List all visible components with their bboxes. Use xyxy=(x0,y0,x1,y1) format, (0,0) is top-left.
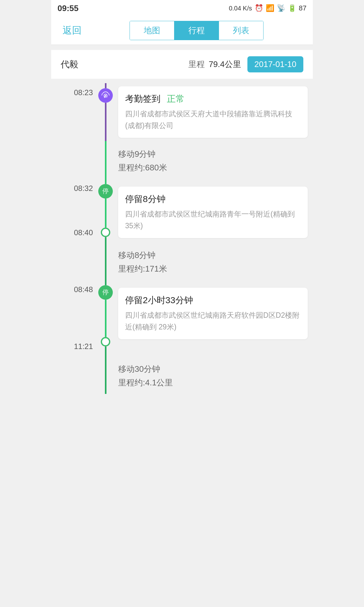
status-right: 0.04 K/s ⏰ 📶 📡 🔋 87 xyxy=(229,4,306,12)
timeline: 08:23 xyxy=(51,80,313,407)
dot-stop2: 停 xyxy=(98,285,113,300)
card-checkin: 考勤签到 正常 四川省成都市武侯区天府大道中段辅路靠近腾讯科技(成都)有限公司 xyxy=(118,86,308,138)
line-mid-stop2 xyxy=(105,300,106,337)
card-address-stop2: 四川省成都市武侯区世纪城南路天府软件园D区D2楼附近(精确到 29米) xyxy=(125,310,301,333)
line-bottom-stop2 xyxy=(105,346,106,356)
event-stop2: 08:48 11:21 停 停留2小时33分钟 四川省成都市武侯区世纪城南路天府… xyxy=(51,280,313,356)
event-checkin: 08:23 xyxy=(51,83,313,141)
line-bottom-stop1 xyxy=(105,237,106,242)
svg-point-0 xyxy=(105,95,106,96)
track-checkin xyxy=(95,83,116,141)
content-stop1: 停留8分钟 四川省成都市武侯区世纪城南路青年一号附近(精确到 35米) xyxy=(116,179,313,242)
dot-hollow-stop1 xyxy=(101,228,110,237)
track-movement-1 xyxy=(95,141,116,179)
line-mid-stop1 xyxy=(105,199,106,228)
status-normal: 正常 xyxy=(167,94,185,104)
driver-name: 代毅 xyxy=(61,58,188,71)
back-button[interactable]: 返回 xyxy=(58,21,87,40)
content-movement-1: 移动9分钟 里程约:680米 xyxy=(116,141,313,179)
nav-bar: 返回 地图 行程 列表 xyxy=(51,16,313,45)
event-stop1: 08:32 08:40 停 停留8分钟 四川省成都市武侯区世纪城南路青年一号附近… xyxy=(51,179,313,242)
line-top-1 xyxy=(105,83,106,88)
line-bottom-1 xyxy=(105,103,106,141)
line-movement-2 xyxy=(105,242,106,280)
network-speed: 0.04 K/s xyxy=(229,5,252,12)
move-info-1: 移动9分钟 里程约:680米 xyxy=(118,144,167,176)
move-distance-1: 里程约:680米 xyxy=(118,162,167,173)
track-stop2: 停 xyxy=(95,280,116,356)
wifi-icon: 📶 xyxy=(266,4,274,12)
dot-stop1: 停 xyxy=(98,184,113,199)
card-title-checkin: 考勤签到 正常 xyxy=(125,93,301,105)
track-stop1: 停 xyxy=(95,179,116,242)
movement-3: 移动30分钟 里程约:4.1公里 xyxy=(51,356,313,394)
dot-checkin xyxy=(98,88,113,103)
card-address-checkin: 四川省成都市武侯区天府大道中段辅路靠近腾讯科技(成都)有限公司 xyxy=(125,108,301,132)
tab-map[interactable]: 地图 xyxy=(130,21,174,40)
move-duration-3: 移动30分钟 xyxy=(118,364,173,375)
move-distance-2: 里程约:171米 xyxy=(118,263,167,274)
content-movement-2: 移动8分钟 里程约:171米 xyxy=(116,242,313,280)
tab-list[interactable]: 列表 xyxy=(219,21,263,40)
time-0823: 08:23 xyxy=(51,83,95,141)
tab-group: 地图 行程 列表 xyxy=(130,21,264,40)
time-empty-3 xyxy=(51,356,95,394)
move-info-2: 移动8分钟 里程约:171米 xyxy=(118,245,167,277)
content-checkin: 考勤签到 正常 四川省成都市武侯区天府大道中段辅路靠近腾讯科技(成都)有限公司 xyxy=(116,83,313,141)
card-title-stop1: 停留8分钟 xyxy=(125,193,301,205)
signal-icon: 📡 xyxy=(277,4,285,12)
date-badge: 2017-01-10 xyxy=(247,56,303,72)
time-0848: 08:48 xyxy=(51,285,93,294)
mileage-value: 79.4公里 xyxy=(209,59,241,70)
time-1121: 11:21 xyxy=(51,342,93,351)
line-top-stop1 xyxy=(105,179,106,184)
card-stop1: 停留8分钟 四川省成都市武侯区世纪城南路青年一号附近(精确到 35米) xyxy=(118,187,308,238)
card-stop2: 停留2小时33分钟 四川省成都市武侯区世纪城南路天府软件园D区D2楼附近(精确到… xyxy=(118,288,308,339)
track-movement-3 xyxy=(95,356,116,394)
card-title-stop2: 停留2小时33分钟 xyxy=(125,294,301,306)
track-movement-2 xyxy=(95,242,116,280)
battery-value: 87 xyxy=(299,4,306,12)
movement-1: 移动9分钟 里程约:680米 xyxy=(51,141,313,179)
times-stop1: 08:32 08:40 xyxy=(51,179,95,242)
move-info-3: 移动30分钟 里程约:4.1公里 xyxy=(118,359,173,391)
info-bar: 代毅 里程 79.4公里 2017-01-10 xyxy=(51,50,313,79)
content-stop2: 停留2小时33分钟 四川省成都市武侯区世纪城南路天府软件园D区D2楼附近(精确到… xyxy=(116,280,313,356)
times-stop2: 08:48 11:21 xyxy=(51,280,95,356)
time-0840: 08:40 xyxy=(51,228,93,237)
line-top-stop2 xyxy=(105,280,106,285)
clock-icon: ⏰ xyxy=(255,4,263,12)
line-movement-1 xyxy=(105,141,106,179)
status-time: 09:55 xyxy=(58,3,79,13)
mileage-label: 里程 xyxy=(188,59,205,70)
move-distance-3: 里程约:4.1公里 xyxy=(118,377,173,388)
move-duration-1: 移动9分钟 xyxy=(118,149,167,160)
battery-icon: 🔋 xyxy=(288,4,296,12)
move-duration-2: 移动8分钟 xyxy=(118,250,167,261)
time-0832: 08:32 xyxy=(51,184,93,193)
time-empty-2 xyxy=(51,242,95,280)
card-address-stop1: 四川省成都市武侯区世纪城南路青年一号附近(精确到 35米) xyxy=(125,208,301,232)
movement-2: 移动8分钟 里程约:171米 xyxy=(51,242,313,280)
content-movement-3: 移动30分钟 里程约:4.1公里 xyxy=(116,356,313,394)
status-bar: 09:55 0.04 K/s ⏰ 📶 📡 🔋 87 xyxy=(51,0,313,16)
time-empty-1 xyxy=(51,141,95,179)
line-movement-3 xyxy=(105,356,106,394)
tab-trip[interactable]: 行程 xyxy=(174,21,219,40)
dot-hollow-stop2 xyxy=(101,337,110,346)
